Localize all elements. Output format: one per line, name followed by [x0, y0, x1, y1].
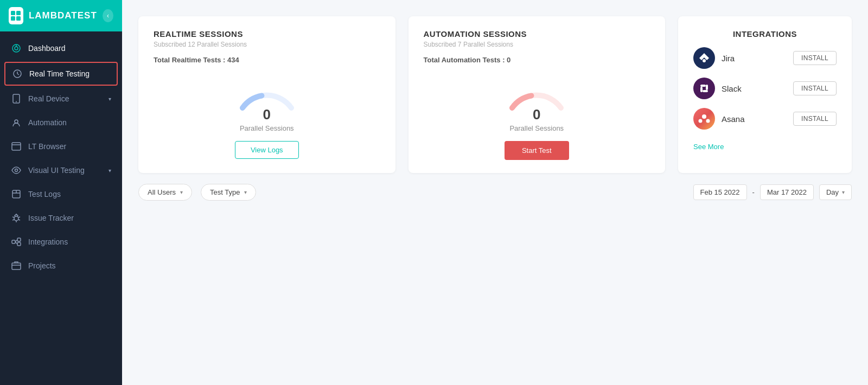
realtime-sessions-card: REALTIME SESSIONS Subscribed 12 Parallel… [138, 16, 395, 173]
start-test-button[interactable]: Start Test [505, 141, 569, 160]
integration-row-jira: Jira INSTALL [693, 47, 837, 69]
svg-rect-26 [12, 240, 15, 243]
realtime-stat-value: 434 [227, 56, 239, 64]
sidebar-item-label: Dashboard [28, 44, 66, 53]
sidebar-item-real-time-testing[interactable]: Real Time Testing [4, 62, 118, 86]
svg-rect-35 [703, 90, 708, 92]
projects-icon [11, 260, 22, 271]
view-logs-button[interactable]: View Logs [235, 141, 299, 159]
realtime-gauge-label: Parallel Sessions [240, 124, 294, 132]
realtime-card-action: View Logs [154, 141, 380, 159]
automation-gauge-label: Parallel Sessions [509, 124, 564, 132]
integration-row-asana: Asana INSTALL [693, 108, 837, 130]
chevron-down-icon: ▾ [244, 189, 247, 195]
sidebar-nav: Dashboard Real Time Testing Real Devi [0, 31, 122, 385]
sidebar-item-label: Automation [28, 118, 67, 127]
sidebar-item-real-device[interactable]: Real Device ▾ [0, 87, 122, 111]
svg-rect-13 [12, 143, 21, 150]
svg-rect-28 [17, 242, 21, 246]
automation-sessions-title: AUTOMATION SESSIONS [424, 29, 650, 39]
svg-rect-31 [12, 263, 21, 270]
integrations-title: INTEGRATIONS [693, 29, 837, 39]
sidebar-collapse-button[interactable]: ‹ [103, 9, 113, 22]
svg-rect-34 [706, 85, 708, 90]
filters-row: All Users ▾ Test Type ▾ Feb 15 2022 - Ma… [122, 184, 868, 201]
realtime-sessions-stat: Total Realtime Tests : 434 [154, 56, 380, 64]
chevron-down-icon: ▾ [108, 168, 111, 174]
sidebar-item-visual-ui-testing[interactable]: Visual UI Testing ▾ [0, 158, 122, 182]
box-icon [11, 189, 22, 200]
svg-rect-0 [11, 11, 15, 15]
svg-line-23 [12, 220, 14, 220]
asana-name: Asana [722, 114, 787, 124]
svg-point-15 [15, 169, 18, 172]
all-users-filter[interactable]: All Users ▾ [138, 184, 192, 201]
jira-name: Jira [722, 54, 787, 63]
automation-sessions-card: AUTOMATION SESSIONS Subscribed 7 Paralle… [409, 16, 666, 173]
svg-rect-1 [16, 11, 21, 15]
integration-row-slack: Slack INSTALL [693, 78, 837, 99]
svg-line-22 [18, 217, 20, 217]
integrations-icon [11, 236, 22, 247]
automation-card-action: Start Test [424, 141, 650, 160]
asana-logo [693, 108, 715, 130]
automation-icon [11, 117, 22, 128]
test-type-filter[interactable]: Test Type ▾ [201, 184, 256, 201]
bug-icon [11, 213, 22, 223]
svg-point-19 [14, 216, 18, 221]
sidebar-item-integrations[interactable]: Integrations [0, 230, 122, 254]
automation-gauge-value: 0 [533, 106, 540, 123]
realtime-gauge: 0 Parallel Sessions [154, 73, 380, 132]
sidebar-item-test-logs[interactable]: Test Logs [0, 182, 122, 206]
slack-install-button[interactable]: INSTALL [793, 81, 837, 95]
browser-icon [11, 141, 22, 152]
dashboard-icon [11, 43, 22, 54]
date-range: Feb 15 2022 - Mar 17 2022 Day ▾ [693, 184, 852, 200]
svg-point-12 [15, 120, 18, 123]
svg-rect-2 [11, 16, 15, 21]
main-content: REALTIME SESSIONS Subscribed 12 Parallel… [122, 0, 868, 385]
svg-point-38 [699, 119, 703, 123]
sidebar-header: LAMBDATEST ‹ [0, 0, 122, 31]
realtime-sessions-subtitle: Subscribed 12 Parallel Sessions [154, 41, 380, 48]
automation-gauge: 0 Parallel Sessions [424, 73, 650, 132]
day-select[interactable]: Day ▾ [819, 184, 852, 200]
realtime-gauge-svg [234, 73, 299, 111]
date-separator: - [752, 188, 755, 196]
svg-point-32 [703, 59, 706, 62]
svg-point-37 [702, 114, 706, 119]
all-users-label: All Users [148, 188, 176, 196]
svg-point-5 [15, 47, 18, 50]
slack-logo [693, 78, 715, 99]
chevron-down-icon: ▾ [180, 189, 183, 195]
sidebar-title: LAMBDATEST [29, 10, 97, 21]
date-from[interactable]: Feb 15 2022 [693, 184, 747, 200]
sidebar-item-lt-browser[interactable]: LT Browser [0, 134, 122, 158]
asana-install-button[interactable]: INSTALL [793, 112, 837, 126]
jira-install-button[interactable]: INSTALL [793, 51, 837, 65]
svg-rect-36 [700, 85, 706, 87]
realtime-gauge-value: 0 [263, 106, 271, 123]
realtime-sessions-title: REALTIME SESSIONS [154, 29, 380, 39]
sidebar-item-issue-tracker[interactable]: Issue Tracker [0, 206, 122, 230]
eye-icon [11, 165, 22, 176]
sidebar-item-automation[interactable]: Automation [0, 111, 122, 134]
sidebar-item-label: Integrations [28, 238, 68, 246]
sidebar-item-projects[interactable]: Projects [0, 254, 122, 278]
integrations-card: INTEGRATIONS Jira INSTALL [678, 16, 852, 173]
svg-line-9 [17, 74, 19, 75]
sidebar-item-label: Real Time Testing [29, 69, 90, 78]
sidebar-item-label: Test Logs [28, 190, 61, 198]
sidebar-item-label: Real Device [28, 94, 69, 103]
jira-logo [693, 47, 715, 69]
svg-rect-33 [700, 87, 703, 92]
clock-icon [12, 68, 23, 79]
see-more-link[interactable]: See More [693, 143, 724, 151]
date-to[interactable]: Mar 17 2022 [760, 184, 814, 200]
automation-sessions-subtitle: Subscribed 7 Parallel Sessions [424, 41, 650, 48]
sidebar-item-label: LT Browser [28, 142, 66, 151]
sidebar-item-label: Issue Tracker [28, 214, 74, 222]
svg-point-39 [706, 119, 710, 123]
sidebar-item-dashboard[interactable]: Dashboard [0, 36, 122, 61]
chevron-down-icon: ▾ [842, 189, 845, 195]
